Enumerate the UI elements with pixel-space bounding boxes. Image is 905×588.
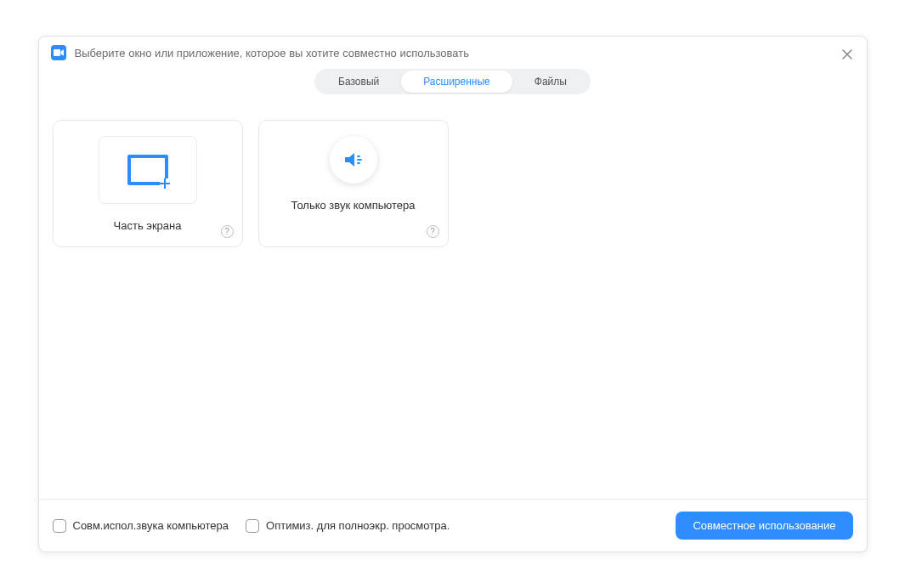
options-grid: Часть экрана ? Только звук компьютера ? xyxy=(39,101,867,499)
share-button[interactable]: Совместное использование xyxy=(676,512,852,540)
tabs-container: Базовый Расширенные Файлы xyxy=(39,65,867,101)
tab-basic[interactable]: Базовый xyxy=(316,71,401,93)
option-screen-portion[interactable]: Часть экрана ? xyxy=(53,120,243,247)
zoom-logo-icon xyxy=(51,45,66,60)
dialog-title: Выберите окно или приложение, которое вы… xyxy=(75,47,470,59)
checkbox-box xyxy=(53,519,66,533)
option-label: Часть экрана xyxy=(114,219,182,232)
tabs: Базовый Расширенные Файлы xyxy=(314,69,591,94)
checkbox-box xyxy=(246,519,259,533)
dialog-header: Выберите окно или приложение, которое вы… xyxy=(39,37,867,65)
speaker-icon xyxy=(342,148,365,172)
close-button[interactable] xyxy=(840,47,855,62)
dialog-footer: Совм.испол.звука компьютера Оптимиз. для… xyxy=(39,499,867,551)
option-computer-audio[interactable]: Только звук компьютера ? xyxy=(258,120,449,247)
option-label: Только звук компьютера xyxy=(291,199,415,212)
screen-portion-icon xyxy=(127,155,168,185)
checkbox-optimize-video[interactable]: Оптимиз. для полноэкр. просмотра. xyxy=(246,519,450,533)
checkbox-label: Оптимиз. для полноэкр. просмотра. xyxy=(266,519,450,532)
help-icon[interactable]: ? xyxy=(427,225,439,238)
tab-files[interactable]: Файлы xyxy=(512,71,589,93)
screen-portion-thumbnail xyxy=(99,136,197,204)
close-icon xyxy=(842,49,852,59)
help-icon[interactable]: ? xyxy=(221,225,234,238)
audio-icon-circle xyxy=(330,136,377,184)
tab-advanced[interactable]: Расширенные xyxy=(401,71,512,93)
share-dialog: Выберите окно или приложение, которое вы… xyxy=(38,36,868,552)
checkbox-label: Совм.испол.звука компьютера xyxy=(73,519,229,532)
checkbox-share-audio[interactable]: Совм.испол.звука компьютера xyxy=(53,519,229,533)
